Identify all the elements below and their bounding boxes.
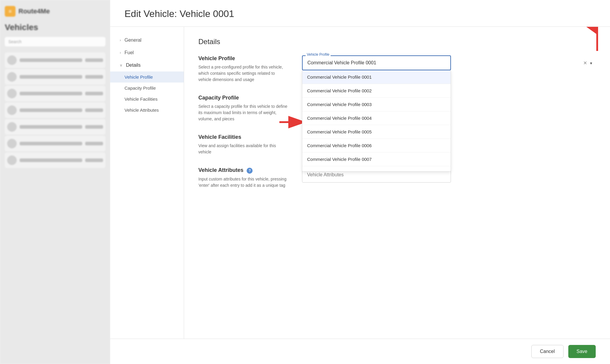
list-item <box>5 102 105 118</box>
capacity-profile-heading: Capacity Profile <box>198 95 288 101</box>
nav-item-details[interactable]: ∨ Details <box>110 59 184 71</box>
dropdown-item[interactable]: Commercial Vehicle Profile 0008 <box>302 166 451 172</box>
sidebar-item-vehicle-profile[interactable]: Vehicle Profile <box>110 71 184 83</box>
sidebar-logo: ≡ <box>5 6 15 17</box>
vehicle-facilities-desc: View and assign facilities available for… <box>198 143 288 155</box>
sidebar-item-vehicle-attributes[interactable]: Vehicle Attributes <box>110 105 184 116</box>
sidebar-item-vehicle-facilities[interactable]: Vehicle Facilities <box>110 94 184 105</box>
list-item <box>5 136 105 151</box>
cancel-button[interactable]: Cancel <box>531 345 564 358</box>
vehicle-profile-section: Vehicle Profile Select a pre-configured … <box>198 55 596 83</box>
nav-subitems: Vehicle Profile Capacity Profile Vehicle… <box>110 71 184 116</box>
sidebar-brand: Route4Me <box>18 7 50 15</box>
dropdown-item[interactable]: Commercial Vehicle Profile 0004 <box>302 111 451 125</box>
vehicle-profile-dropdown-list: Commercial Vehicle Profile 0001 Commerci… <box>302 70 451 172</box>
nav-item-general[interactable]: › General <box>110 34 184 46</box>
dropdown-item[interactable]: Commercial Vehicle Profile 0006 <box>302 139 451 153</box>
save-button[interactable]: Save <box>568 345 596 358</box>
chevron-down-icon[interactable]: ▾ <box>590 60 592 65</box>
nav-subitem-label-capacity-profile: Capacity Profile <box>125 85 156 91</box>
nav-item-fuel[interactable]: › Fuel <box>110 46 184 59</box>
vehicle-profile-input-col: Vehicle Profile ✕ ▾ Commercial Vehicle P… <box>302 55 596 70</box>
dropdown-item[interactable]: Commercial Vehicle Profile 0007 <box>302 153 451 166</box>
vehicle-attributes-desc: Input custom attributes for this vehicle… <box>198 176 288 189</box>
vehicle-attributes-heading: Vehicle Attributes ? <box>198 167 288 174</box>
vehicle-profile-desc: Select a pre-configured profile for this… <box>198 64 288 83</box>
details-heading: Details <box>198 38 596 46</box>
list-item <box>5 153 105 168</box>
vehicle-attributes-label-col: Vehicle Attributes ? Input custom attrib… <box>198 167 288 189</box>
nav-subitem-label-vehicle-facilities: Vehicle Facilities <box>125 97 158 102</box>
dropdown-item[interactable]: Commercial Vehicle Profile 0005 <box>302 125 451 139</box>
chevron-right-icon: › <box>120 38 121 42</box>
main-panel: Edit Vehicle: Vehicle 0001 › General › F… <box>110 0 610 364</box>
list-item <box>5 52 105 68</box>
capacity-profile-label-col: Capacity Profile Select a capacity profi… <box>198 95 288 122</box>
arrow-up-indicator <box>590 27 605 52</box>
list-item <box>5 119 105 135</box>
nav-subitem-label-vehicle-attributes: Vehicle Attributes <box>125 108 159 113</box>
vehicle-profile-dropdown-wrapper: Vehicle Profile ✕ ▾ Commercial Vehicle P… <box>302 55 596 70</box>
info-icon[interactable]: ? <box>247 168 253 174</box>
dropdown-item[interactable]: Commercial Vehicle Profile 0003 <box>302 98 451 111</box>
vehicle-profile-heading: Vehicle Profile <box>198 55 288 62</box>
nav-subitem-label-vehicle-profile: Vehicle Profile <box>125 74 153 80</box>
details-section: Details Vehicle Profile Select a pre-con… <box>184 27 610 339</box>
page-title: Edit Vehicle: Vehicle 0001 <box>125 8 596 19</box>
dropdown-item[interactable]: Commercial Vehicle Profile 0002 <box>302 84 451 98</box>
page-header: Edit Vehicle: Vehicle 0001 <box>110 0 610 27</box>
vehicle-profile-input-label: Vehicle Profile <box>306 52 331 57</box>
nav-label-details: Details <box>126 63 141 68</box>
sidebar: ≡ Route4Me Vehicles Search <box>0 0 110 364</box>
list-item <box>5 86 105 101</box>
dropdown-item[interactable]: Commercial Vehicle Profile 0001 <box>302 70 451 84</box>
chevron-right-icon: › <box>120 51 121 55</box>
chevron-down-icon: ∨ <box>120 63 122 67</box>
vehicle-facilities-heading: Vehicle Facilities <box>198 134 288 140</box>
sidebar-search: Search <box>5 37 105 46</box>
vehicle-profile-input[interactable] <box>302 55 451 70</box>
nav-label-general: General <box>125 38 141 43</box>
vehicle-profile-label-col: Vehicle Profile Select a pre-configured … <box>198 55 288 83</box>
left-nav: › General › Fuel ∨ Details Vehicle Profi… <box>110 27 184 339</box>
capacity-profile-desc: Select a capacity profile for this vehic… <box>198 103 288 122</box>
vehicle-profile-input-icons: ✕ ▾ <box>583 60 592 66</box>
list-item <box>5 69 105 85</box>
vehicle-facilities-label-col: Vehicle Facilities View and assign facil… <box>198 134 288 155</box>
sidebar-item-capacity-profile[interactable]: Capacity Profile <box>110 83 184 94</box>
nav-label-fuel: Fuel <box>125 50 134 55</box>
sidebar-title: Vehicles <box>5 23 105 32</box>
clear-icon[interactable]: ✕ <box>583 60 587 66</box>
content-area: › General › Fuel ∨ Details Vehicle Profi… <box>110 27 610 339</box>
page-footer: Cancel Save <box>110 339 610 364</box>
